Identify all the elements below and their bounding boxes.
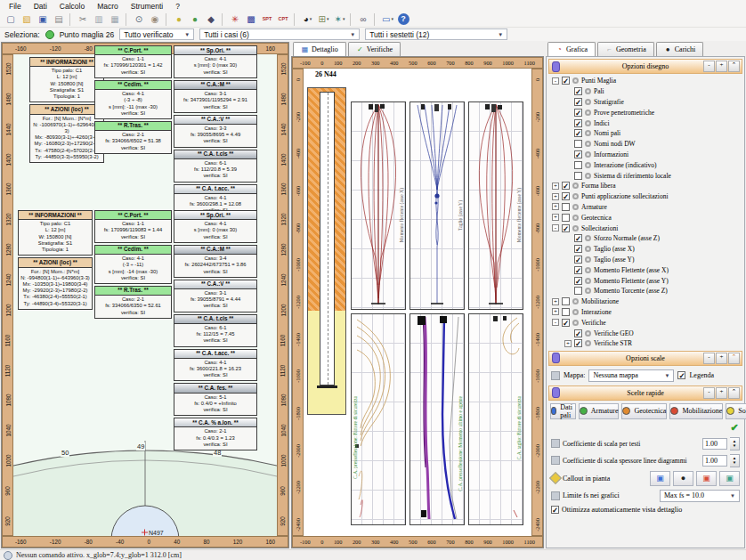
tree-item[interactable]: + Verifiche STR [564, 338, 742, 349]
tree-item[interactable]: Taglio (asse X) [564, 244, 742, 255]
tree-item[interactable]: + Punti applicazione sollecitazioni [552, 191, 742, 202]
tree-item[interactable]: + Geotecnica [552, 212, 742, 223]
tree-item[interactable]: Informazioni [564, 150, 742, 160]
tree-item[interactable]: + Armature [552, 202, 742, 213]
expander-icon[interactable]: + [552, 203, 559, 210]
expander-icon[interactable] [564, 277, 572, 284]
tab-geometria[interactable]: ⌐Geometria [597, 42, 654, 56]
separator[interactable] [350, 13, 353, 26]
cases-dropdown[interactable]: Tutti i casi (6)▼ [199, 28, 360, 40]
tree-item[interactable]: Stratigrafie [564, 97, 742, 108]
tree-item[interactable]: - Sollecitazioni [552, 223, 742, 233]
expander-icon[interactable] [564, 88, 572, 95]
expander-icon[interactable] [564, 329, 572, 337]
nodes-menu-icon[interactable]: ✶▾ [332, 12, 347, 26]
layer-checkbox[interactable] [562, 319, 570, 327]
separator[interactable] [69, 13, 73, 26]
paste-icon[interactable]: ▦ [108, 12, 123, 26]
selected-point-label[interactable]: Punto maglia 26 [60, 30, 114, 39]
quick-button[interactable]: Mobilitazione [669, 403, 723, 419]
layer-checkbox[interactable] [574, 150, 582, 158]
expander-icon[interactable]: + [552, 298, 559, 305]
layer-checkbox[interactable] [574, 98, 582, 106]
layer-checkbox[interactable] [574, 277, 582, 285]
quick-button[interactable]: Geotecnica [621, 403, 667, 419]
layer-checkbox[interactable] [574, 234, 582, 242]
expander-icon[interactable] [564, 98, 572, 105]
layer-checkbox[interactable] [574, 119, 582, 127]
callout-mode-teal-button[interactable]: ▣ [719, 471, 740, 486]
tree-item[interactable]: - Punti Maglia [552, 76, 742, 86]
layer-checkbox[interactable] [574, 87, 582, 95]
spt-icon[interactable]: SPT [260, 12, 275, 26]
layer-checkbox[interactable] [574, 339, 582, 347]
tab-dettaglio[interactable]: ▦Dettaglio [293, 42, 346, 56]
layer-checkbox[interactable] [574, 109, 582, 117]
expander-icon[interactable] [564, 246, 572, 253]
layer-checkbox[interactable] [574, 287, 582, 295]
cut-icon[interactable]: ✂ [76, 12, 91, 26]
collapse-button[interactable]: ⌃ [728, 61, 740, 72]
layer-checkbox[interactable] [562, 192, 570, 200]
tab-grafica[interactable]: ◔Grafica [547, 42, 596, 56]
layer-checkbox[interactable] [562, 203, 570, 211]
menu-item[interactable]: Dati [28, 2, 53, 11]
copy-icon[interactable]: ▥ [92, 12, 107, 26]
expander-icon[interactable]: - [552, 224, 559, 231]
callout-mode-sphere-button[interactable]: ● [673, 471, 693, 486]
scala-testi-input[interactable]: 1.00 [702, 438, 727, 450]
add-user-icon[interactable]: ● [188, 12, 203, 26]
limite-dropdown[interactable]: Max fs = 10.0▼ [660, 490, 740, 502]
expander-icon[interactable] [564, 141, 572, 148]
menu-item[interactable]: Macro [91, 2, 125, 11]
grow-button[interactable]: + [716, 387, 727, 399]
scala-linee-input[interactable]: 1.00 [702, 455, 727, 467]
shrink-button[interactable]: - [703, 387, 715, 399]
collapse-button[interactable]: ⌃ [728, 353, 740, 364]
plan-view-panel[interactable]: -160-120-80-4004080120160 -160-120-80-40… [1, 42, 289, 548]
expander-icon[interactable]: + [552, 308, 559, 315]
tree-item[interactable]: + Mobilitazione [552, 296, 742, 307]
layer-checkbox[interactable] [562, 224, 570, 232]
expander-icon[interactable]: - [552, 77, 559, 85]
quick-button[interactable]: Armature [579, 403, 620, 419]
menu-item[interactable]: Strumenti [125, 2, 169, 11]
tree-item[interactable]: Sistema di riferimento locale [564, 170, 742, 181]
expander-icon[interactable] [564, 256, 572, 263]
spinner-arrows[interactable]: ▲▼ [730, 454, 740, 467]
expander-icon[interactable]: + [564, 340, 572, 347]
user-group-icon[interactable]: ◆ [204, 12, 219, 26]
layer-checkbox[interactable] [574, 161, 582, 169]
window-menu-icon[interactable]: ▭▾ [380, 12, 395, 26]
link-icon[interactable]: ∞ [356, 12, 371, 26]
tree-item[interactable]: - Verifiche [552, 317, 742, 328]
layer-checkbox[interactable] [574, 245, 582, 253]
cpt-icon[interactable]: CPT [276, 12, 291, 26]
grow-button[interactable]: + [716, 61, 727, 72]
layer-checkbox[interactable] [574, 140, 582, 148]
tree-item[interactable]: Nomi pali [564, 128, 742, 139]
layer-checkbox[interactable] [562, 297, 570, 305]
tree-item[interactable]: Momento Flettente (asse Y) [564, 275, 742, 286]
tree-item[interactable]: + Interazione [552, 307, 742, 318]
separator[interactable] [294, 13, 297, 26]
expander-icon[interactable]: - [552, 319, 559, 326]
layer-checkbox[interactable] [562, 308, 570, 316]
render-menu-icon[interactable]: ◕▾ [300, 12, 315, 26]
callout-mode-cubes-button[interactable]: ▣ [650, 471, 670, 486]
tree-item[interactable]: Indici [564, 118, 742, 128]
ottimizza-checkbox[interactable] [551, 506, 559, 514]
tree-item[interactable]: Momento Flettente (asse X) [564, 264, 742, 275]
tab-verifiche[interactable]: ✓Verifiche [348, 42, 401, 56]
tree-item[interactable]: Momento Torcente (asse Z) [564, 286, 742, 296]
menu-item[interactable]: ? [169, 2, 186, 11]
separator[interactable] [166, 13, 169, 26]
collapse-button[interactable]: ⌃ [728, 387, 740, 399]
expander-icon[interactable] [564, 150, 572, 158]
layer-checkbox[interactable] [562, 214, 570, 222]
expander-icon[interactable] [564, 172, 572, 179]
layer-checkbox[interactable] [574, 172, 582, 180]
print-icon[interactable]: ▤ [52, 12, 67, 26]
grow-button[interactable]: + [716, 353, 727, 364]
menu-item[interactable]: Calcolo [53, 2, 91, 11]
